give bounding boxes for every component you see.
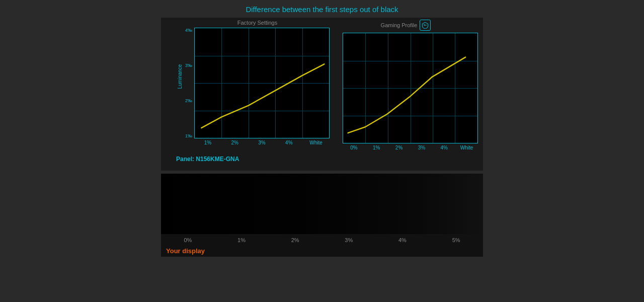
right-chart: Gaming Profile 4‰ 3‰ 2‰ xyxy=(334,20,478,150)
x-label-2pct: 2% xyxy=(221,140,249,145)
left-chart-header: Factory Settings xyxy=(185,20,330,26)
bottom-x-labels: 0% 1% 2% 3% 4% 5% xyxy=(161,234,483,245)
y-label-4: 4‰ xyxy=(185,28,192,33)
your-display-label: Your display xyxy=(161,245,483,257)
chart-title: Difference between the first steps out o… xyxy=(161,5,483,14)
right-chart-curve xyxy=(343,33,477,143)
x-label-4pct: 4% xyxy=(275,140,302,145)
your-display-area xyxy=(161,174,483,234)
right-chart-header: Gaming Profile xyxy=(334,20,478,31)
right-y-labels: 4‰ 3‰ 2‰ 1‰ xyxy=(334,33,343,143)
bx-label-2pct: 2% xyxy=(291,237,299,243)
main-container: Difference between the first steps out o… xyxy=(0,0,644,302)
panel-info: Panel: N156KME-GNA xyxy=(176,156,478,163)
bx-label-4pct: 4% xyxy=(398,237,407,243)
left-chart-curve xyxy=(195,28,329,138)
rx-label-2pct: 2% xyxy=(388,145,411,150)
display-gradient-svg xyxy=(161,174,483,234)
y-label-1: 1‰ xyxy=(185,133,192,138)
svg-rect-2 xyxy=(161,174,483,234)
svg-point-1 xyxy=(426,25,427,26)
left-y-labels: 4‰ 3‰ 2‰ 1‰ xyxy=(185,28,194,138)
x-label-3pct: 3% xyxy=(249,140,276,145)
x-label-white: White xyxy=(302,140,330,145)
y-label-2: 2‰ xyxy=(185,98,192,103)
full-section: Difference between the first steps out o… xyxy=(10,5,634,257)
x-label-1pct: 1% xyxy=(194,140,221,145)
gaming-icon xyxy=(420,20,431,31)
left-chart: Factory Settings 4‰ 3‰ 2‰ 1‰ xyxy=(185,20,330,150)
left-x-labels: 1% 2% 3% 4% White xyxy=(194,138,330,145)
bx-label-5pct: 5% xyxy=(452,237,460,243)
bx-label-1pct: 1% xyxy=(237,237,246,243)
rx-label-0pct: 0% xyxy=(343,145,365,150)
rx-label-4pct: 4% xyxy=(433,145,455,150)
rx-label-white: White xyxy=(455,145,478,150)
rx-label-1pct: 1% xyxy=(365,145,388,150)
bx-label-0pct: 0% xyxy=(184,237,192,243)
left-chart-label: Factory Settings xyxy=(237,20,277,26)
y-label-3: 3‰ xyxy=(185,63,192,68)
bx-label-3pct: 3% xyxy=(345,237,353,243)
left-chart-area xyxy=(194,28,330,138)
y-axis-label: Luminance xyxy=(177,82,183,89)
right-x-labels: 0% 1% 2% 3% 4% White xyxy=(343,143,478,150)
rx-label-3pct: 3% xyxy=(411,145,433,150)
bottom-display: 0% 1% 2% 3% 4% 5% Your display xyxy=(161,174,483,257)
right-chart-area xyxy=(343,33,478,143)
right-chart-label: Gaming Profile xyxy=(381,22,418,28)
